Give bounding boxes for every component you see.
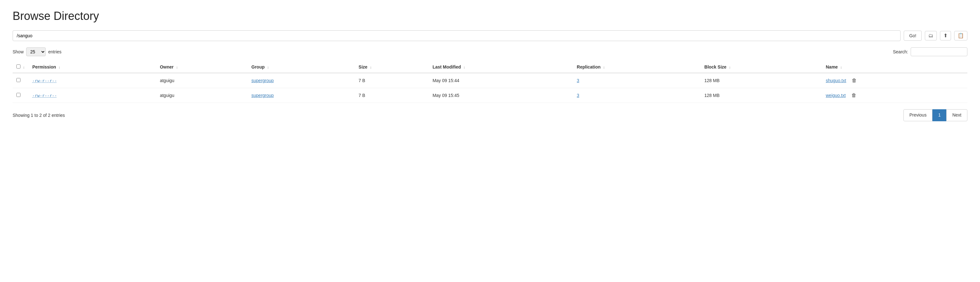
list-icon: 📋 bbox=[958, 33, 964, 38]
upload-icon-button[interactable]: ⬆ bbox=[940, 31, 951, 40]
sort-icon-select[interactable]: ↕ bbox=[23, 66, 25, 69]
row-permission: -rw-r--r-- bbox=[29, 88, 156, 103]
table-row: -rw-r--r-- atguigu supergroup 7 B May 09… bbox=[13, 73, 967, 88]
row-group: supergroup bbox=[248, 73, 355, 88]
group-link[interactable]: supergroup bbox=[251, 93, 274, 98]
th-name: Name ↕ bbox=[822, 61, 967, 73]
file-name-link[interactable]: shuguo.txt bbox=[826, 78, 846, 83]
sort-icon-permission[interactable]: ↕ bbox=[59, 66, 60, 69]
sort-icon-size[interactable]: ↕ bbox=[370, 66, 372, 69]
row-checkbox-1[interactable] bbox=[16, 93, 21, 97]
folder-icon-button[interactable]: 🗂 bbox=[925, 31, 937, 40]
row-group: supergroup bbox=[248, 88, 355, 103]
path-bar: Go! 🗂 ⬆ 📋 bbox=[13, 30, 967, 41]
row-name-cell: weiguo.txt 🗑 bbox=[822, 88, 967, 103]
sort-icon-group[interactable]: ↕ bbox=[267, 66, 269, 69]
th-replication: Replication ↕ bbox=[573, 61, 701, 73]
replication-link[interactable]: 3 bbox=[577, 78, 579, 83]
th-size: Size ↕ bbox=[355, 61, 429, 73]
previous-button[interactable]: Previous bbox=[904, 109, 932, 121]
delete-button[interactable]: 🗑 bbox=[850, 92, 858, 99]
footer-row: Showing 1 to 2 of 2 entries Previous 1 N… bbox=[13, 109, 967, 121]
th-permission: Permission ↕ bbox=[29, 61, 156, 73]
entries-select[interactable]: 10 25 50 100 bbox=[26, 47, 46, 56]
row-size: 7 B bbox=[355, 73, 429, 88]
next-button[interactable]: Next bbox=[946, 109, 967, 121]
row-replication: 3 bbox=[573, 73, 701, 88]
group-link[interactable]: supergroup bbox=[251, 78, 274, 83]
row-checkbox-cell bbox=[13, 73, 29, 88]
select-all-checkbox[interactable] bbox=[16, 64, 21, 69]
search-group: Search: bbox=[893, 47, 967, 56]
row-block-size: 128 MB bbox=[701, 88, 822, 103]
row-last-modified: May 09 15:45 bbox=[429, 88, 573, 103]
row-size: 7 B bbox=[355, 88, 429, 103]
path-input[interactable] bbox=[13, 30, 900, 41]
row-permission: -rw-r--r-- bbox=[29, 73, 156, 88]
showing-text: Showing 1 to 2 of 2 entries bbox=[13, 113, 65, 118]
file-name-link[interactable]: weiguo.txt bbox=[826, 93, 846, 98]
sort-icon-name[interactable]: ↕ bbox=[840, 66, 842, 69]
th-block-size: Block Size ↕ bbox=[701, 61, 822, 73]
entries-label: entries bbox=[48, 49, 62, 54]
row-owner: atguigu bbox=[156, 73, 247, 88]
show-entries: Show 10 25 50 100 entries bbox=[13, 47, 62, 56]
row-checkbox-0[interactable] bbox=[16, 78, 21, 82]
th-select-all: ↕ bbox=[13, 61, 29, 73]
search-label: Search: bbox=[893, 49, 908, 54]
sort-icon-last-modified[interactable]: ↕ bbox=[463, 66, 465, 69]
page-title: Browse Directory bbox=[13, 10, 967, 23]
table-row: -rw-r--r-- atguigu supergroup 7 B May 09… bbox=[13, 88, 967, 103]
folder-icon: 🗂 bbox=[928, 33, 933, 38]
pagination: Previous 1 Next bbox=[904, 109, 967, 121]
delete-button[interactable]: 🗑 bbox=[850, 77, 859, 84]
search-input[interactable] bbox=[911, 47, 967, 56]
list-icon-button[interactable]: 📋 bbox=[954, 31, 967, 40]
row-owner: atguigu bbox=[156, 88, 247, 103]
table-header-row: ↕ Permission ↕ Owner ↕ Group ↕ Size ↕ La… bbox=[13, 61, 967, 73]
replication-link[interactable]: 3 bbox=[577, 93, 579, 98]
row-last-modified: May 09 15:44 bbox=[429, 73, 573, 88]
controls-row: Show 10 25 50 100 entries Search: bbox=[13, 47, 967, 56]
row-block-size: 128 MB bbox=[701, 73, 822, 88]
sort-icon-owner[interactable]: ↕ bbox=[176, 66, 178, 69]
page-1-button[interactable]: 1 bbox=[932, 109, 946, 121]
upload-icon: ⬆ bbox=[943, 33, 948, 38]
row-replication: 3 bbox=[573, 88, 701, 103]
th-owner: Owner ↕ bbox=[156, 61, 247, 73]
row-name-cell: shuguo.txt 🗑 bbox=[822, 73, 967, 88]
show-label: Show bbox=[13, 49, 24, 54]
sort-icon-replication[interactable]: ↕ bbox=[603, 66, 605, 69]
th-last-modified: Last Modified ↕ bbox=[429, 61, 573, 73]
sort-icon-block-size[interactable]: ↕ bbox=[729, 66, 731, 69]
th-group: Group ↕ bbox=[248, 61, 355, 73]
files-table: ↕ Permission ↕ Owner ↕ Group ↕ Size ↕ La… bbox=[13, 61, 967, 103]
go-button[interactable]: Go! bbox=[904, 30, 922, 41]
row-checkbox-cell bbox=[13, 88, 29, 103]
